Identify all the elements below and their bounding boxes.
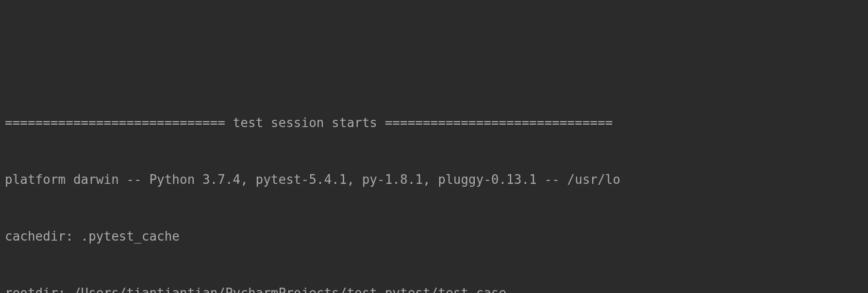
- rootdir-info: rootdir: /Users/tiantiantian/PycharmProj…: [5, 284, 863, 293]
- terminal-output: ============================= test sessi…: [0, 76, 868, 293]
- platform-info: platform darwin -- Python 3.7.4, pytest-…: [5, 170, 863, 189]
- session-header: ============================= test sessi…: [5, 114, 863, 132]
- cachedir-info: cachedir: .pytest_cache: [5, 227, 863, 246]
